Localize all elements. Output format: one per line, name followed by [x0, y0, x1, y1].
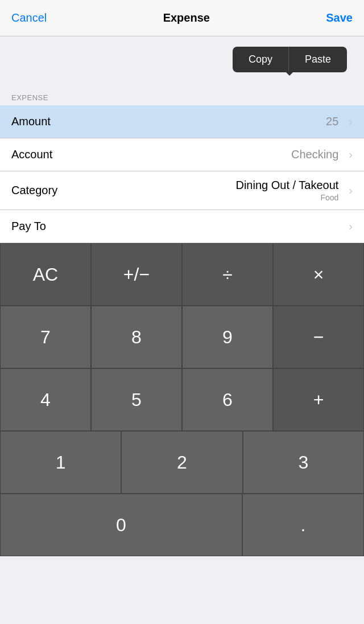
- calc-row-1: AC +/− ÷ ×: [0, 243, 364, 306]
- calc-3-button[interactable]: 3: [243, 431, 364, 494]
- paste-button[interactable]: Paste: [289, 47, 347, 72]
- calc-rows-4-5: 1 2 3 0 . Done: [0, 431, 364, 556]
- calc-8-button[interactable]: 8: [91, 306, 182, 368]
- calc-7-button[interactable]: 7: [0, 306, 91, 368]
- amount-chevron: ›: [349, 115, 353, 128]
- calc-2-button[interactable]: 2: [121, 431, 242, 494]
- calc-row-3: 4 5 6 +: [0, 368, 364, 431]
- calc-5-button[interactable]: 5: [91, 368, 182, 431]
- context-menu-container: Copy Paste: [0, 36, 364, 93]
- save-button[interactable]: Save: [326, 11, 353, 24]
- category-sub-value: Food: [320, 192, 338, 203]
- account-chevron: ›: [349, 148, 353, 161]
- category-main-value: Dining Out / Takeout: [235, 178, 338, 192]
- account-row[interactable]: Account Checking ›: [0, 138, 364, 171]
- calc-row-5: 0 .: [0, 494, 364, 556]
- calc-dot-button[interactable]: .: [242, 494, 364, 556]
- calc-row-4: 1 2 3: [0, 431, 364, 494]
- cancel-button[interactable]: Cancel: [11, 11, 47, 24]
- calc-divide-button[interactable]: ÷: [182, 243, 273, 306]
- payto-row[interactable]: Pay To ›: [0, 210, 364, 243]
- page-title: Expense: [163, 11, 210, 24]
- calc-6-button[interactable]: 6: [182, 368, 273, 431]
- calc-multiply-button[interactable]: ×: [273, 243, 364, 306]
- calc-9-button[interactable]: 9: [182, 306, 273, 368]
- category-row[interactable]: Category Dining Out / Takeout Food ›: [0, 171, 364, 210]
- calc-plusminus-button[interactable]: +/−: [91, 243, 182, 306]
- calc-left-cols: 1 2 3 0 .: [0, 431, 364, 556]
- copy-button[interactable]: Copy: [233, 47, 289, 72]
- payto-chevron: ›: [349, 220, 353, 233]
- calc-1-button[interactable]: 1: [0, 431, 121, 494]
- amount-label: Amount: [11, 115, 51, 128]
- context-menu: Copy Paste: [233, 47, 347, 72]
- calc-4-button[interactable]: 4: [0, 368, 91, 431]
- form-section: EXPENSE Amount 25 › Account Checking › C…: [0, 93, 364, 243]
- calc-0-button[interactable]: 0: [0, 494, 242, 556]
- account-value: Checking: [52, 148, 349, 161]
- header: Cancel Expense Save: [0, 0, 364, 36]
- calculator: AC +/− ÷ × 7 8 9 − 4 5 6 + 1 2 3 0 . Don…: [0, 243, 364, 556]
- category-value: Dining Out / Takeout Food: [57, 178, 349, 203]
- category-chevron: ›: [349, 184, 353, 197]
- calc-row-2: 7 8 9 −: [0, 306, 364, 368]
- category-label: Category: [11, 184, 57, 197]
- amount-value: 25: [51, 115, 349, 128]
- calc-ac-button[interactable]: AC: [0, 243, 91, 306]
- account-label: Account: [11, 148, 52, 161]
- calc-plus-button[interactable]: +: [273, 368, 364, 431]
- section-label: EXPENSE: [0, 93, 364, 105]
- calc-minus-button[interactable]: −: [273, 306, 364, 368]
- amount-row[interactable]: Amount 25 ›: [0, 105, 364, 138]
- payto-label: Pay To: [11, 220, 46, 233]
